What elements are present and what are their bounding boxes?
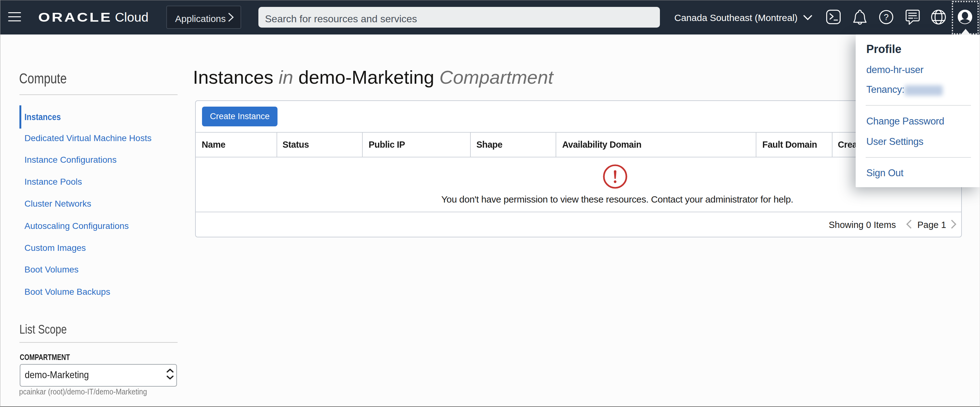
svg-text:?: ? <box>884 12 889 22</box>
